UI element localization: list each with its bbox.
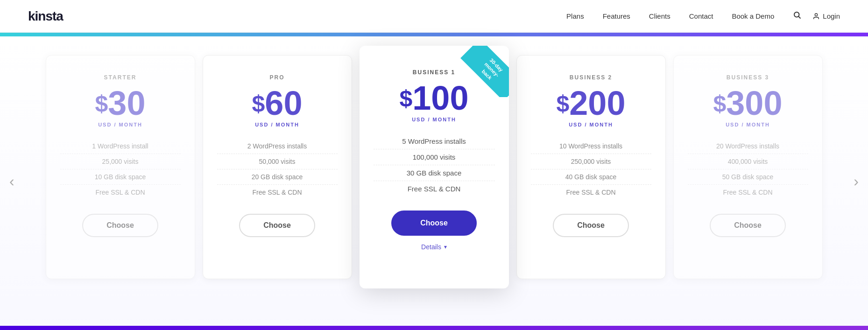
plan-name-starter: STARTER (60, 74, 181, 81)
plan-name-pro: PRO (217, 74, 338, 81)
chevron-down-icon: ▾ (444, 244, 447, 250)
pricing-container: ‹ STARTER $30 USD / MONTH 1 WordPress in… (0, 36, 868, 326)
feature-starter-1: 25,000 visits (60, 154, 181, 169)
plan-card-pro: PRO $60 USD / MONTH 2 WordPress installs… (203, 55, 352, 279)
feature-starter-3: Free SSL & CDN (60, 185, 181, 200)
feature-pro-1: 50,000 visits (217, 154, 338, 169)
feature-b3-0: 20 WordPress installs (688, 139, 808, 154)
choose-button-business3[interactable]: Choose (710, 214, 786, 237)
feature-b2-2: 40 GB disk space (531, 169, 651, 185)
feature-b3-2: 50 GB disk space (688, 169, 808, 185)
bottom-gradient-bar (0, 326, 868, 330)
price-business3: $300 (688, 86, 808, 120)
price-unit-starter: USD / MONTH (60, 122, 181, 127)
top-gradient-bar (0, 33, 868, 36)
price-pro: $60 (217, 86, 338, 120)
feature-b1-2: 30 GB disk space (374, 165, 495, 181)
nav-features[interactable]: Features (603, 12, 630, 20)
svg-line-1 (799, 16, 801, 18)
feature-b1-1: 100,000 visits (374, 149, 495, 165)
plan-card-business3: BUSINESS 3 $300 USD / MONTH 20 WordPress… (673, 55, 823, 279)
header-actions: Login (793, 11, 840, 21)
features-business3: 20 WordPress installs 400,000 visits 50 … (688, 139, 808, 200)
svg-point-2 (815, 14, 818, 16)
search-icon[interactable] (793, 11, 801, 21)
feature-pro-2: 20 GB disk space (217, 169, 338, 185)
plan-name-business2: BUSINESS 2 (531, 74, 651, 81)
details-label: Details (421, 243, 441, 251)
features-starter: 1 WordPress install 25,000 visits 10 GB … (60, 139, 181, 200)
nav-book-demo[interactable]: Book a Demo (732, 12, 774, 20)
plan-card-starter: STARTER $30 USD / MONTH 1 WordPress inst… (46, 55, 195, 279)
nav-contact[interactable]: Contact (689, 12, 713, 20)
main-section: ‹ STARTER $30 USD / MONTH 1 WordPress in… (0, 36, 868, 330)
feature-b1-0: 5 WordPress installs (374, 133, 495, 149)
logo: kinsta (28, 9, 63, 24)
choose-button-business1[interactable]: Choose (391, 211, 477, 236)
login-button[interactable]: Login (812, 12, 840, 20)
feature-pro-3: Free SSL & CDN (217, 185, 338, 200)
price-starter: $30 (60, 86, 181, 120)
feature-starter-2: 10 GB disk space (60, 169, 181, 185)
prev-arrow[interactable]: ‹ (5, 168, 19, 195)
svg-point-0 (794, 12, 799, 17)
features-pro: 2 WordPress installs 50,000 visits 20 GB… (217, 139, 338, 200)
feature-b2-1: 250,000 visits (531, 154, 651, 169)
feature-pro-0: 2 WordPress installs (217, 139, 338, 154)
ribbon: 30-daymoney-back (458, 46, 509, 97)
price-unit-business1: USD / MONTH (374, 117, 495, 122)
next-arrow[interactable]: › (849, 168, 863, 195)
choose-button-starter[interactable]: Choose (82, 214, 158, 237)
nav-clients[interactable]: Clients (649, 12, 670, 20)
header: kinsta Plans Features Clients Contact Bo… (0, 0, 868, 33)
feature-starter-0: 1 WordPress install (60, 139, 181, 154)
features-business2: 10 WordPress installs 250,000 visits 40 … (531, 139, 651, 200)
plan-name-business3: BUSINESS 3 (688, 74, 808, 81)
nav-plans[interactable]: Plans (566, 12, 584, 20)
ribbon-text: 30-daymoney-back (460, 46, 509, 97)
feature-b2-3: Free SSL & CDN (531, 185, 651, 200)
price-unit-business3: USD / MONTH (688, 122, 808, 127)
choose-button-pro[interactable]: Choose (239, 214, 315, 237)
feature-b1-3: Free SSL & CDN (374, 181, 495, 197)
price-unit-pro: USD / MONTH (217, 122, 338, 127)
choose-button-business2[interactable]: Choose (553, 214, 629, 237)
feature-b3-3: Free SSL & CDN (688, 185, 808, 200)
nav: Plans Features Clients Contact Book a De… (566, 12, 774, 20)
feature-b2-0: 10 WordPress installs (531, 139, 651, 154)
plan-card-business2: BUSINESS 2 $200 USD / MONTH 10 WordPress… (516, 55, 666, 279)
feature-b3-1: 400,000 visits (688, 154, 808, 169)
features-business1: 5 WordPress installs 100,000 visits 30 G… (374, 133, 495, 197)
price-unit-business2: USD / MONTH (531, 122, 651, 127)
price-business2: $200 (531, 86, 651, 120)
plan-card-business1: 30-daymoney-back BUSINESS 1 $100 USD / M… (360, 46, 509, 288)
details-link[interactable]: Details ▾ (374, 243, 495, 251)
